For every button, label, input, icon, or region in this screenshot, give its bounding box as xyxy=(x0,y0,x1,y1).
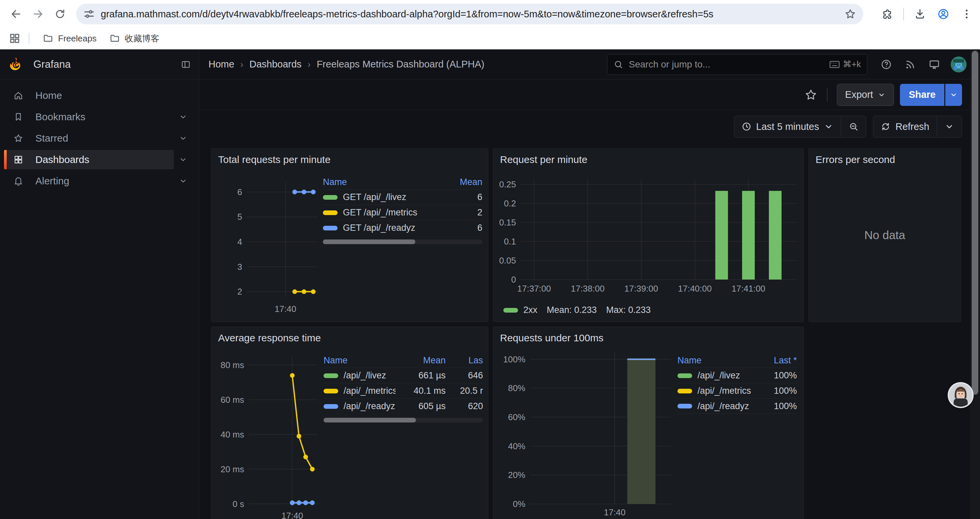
folder-icon xyxy=(110,33,120,44)
sidebar-item-starred[interactable]: Starred xyxy=(0,128,199,149)
panel-average-response-time: Average response time 0 s20 ms40 ms60 ms… xyxy=(211,327,488,519)
reload-icon[interactable] xyxy=(53,7,67,21)
site-settings-icon[interactable] xyxy=(83,8,95,21)
scrollbar-thumb[interactable] xyxy=(323,418,416,423)
series-color-pill xyxy=(678,374,692,378)
series-value: 605 µs xyxy=(396,401,445,412)
svg-text:20 ms: 20 ms xyxy=(221,464,244,474)
series-name[interactable]: GET /api/_/livez xyxy=(343,192,406,203)
bookmark-folder-freeleaps[interactable]: Freeleaps xyxy=(38,30,102,46)
rss-icon[interactable] xyxy=(903,57,918,72)
svg-text:0: 0 xyxy=(511,275,516,284)
chevron-down-icon[interactable] xyxy=(179,113,188,121)
svg-text:5: 5 xyxy=(237,212,242,222)
sidebar-item-alerting[interactable]: Alerting xyxy=(0,170,199,192)
series-name[interactable]: 2xx xyxy=(523,305,538,315)
legend-row: /api/_/readyz100% xyxy=(678,398,797,414)
export-button[interactable]: Export xyxy=(837,84,894,106)
time-range-picker[interactable]: Last 5 minutes xyxy=(734,116,841,137)
legend-header: NameMeanLas xyxy=(323,353,483,368)
legend-column-last[interactable]: Last * xyxy=(754,355,797,366)
series-name[interactable]: /api/_/metrics xyxy=(697,386,751,396)
url-text: grafana.mathmast.com/d/deytv4rwavabkb/fr… xyxy=(101,9,844,20)
legend-row: GET /api/_/livez6 xyxy=(323,189,482,205)
forward-icon[interactable] xyxy=(31,7,45,21)
zoom-out-icon xyxy=(849,121,859,132)
svg-text:17:40:00: 17:40:00 xyxy=(678,284,711,294)
sidebar-item-dashboards[interactable]: Dashboards xyxy=(0,149,199,170)
series-name[interactable]: /api/_/readyz xyxy=(697,401,749,412)
extensions-icon[interactable] xyxy=(880,7,895,21)
svg-text:0.25: 0.25 xyxy=(499,179,516,189)
series-name[interactable]: /api/_/metrics xyxy=(344,386,396,396)
series-name[interactable]: /api/_/livez xyxy=(344,370,386,381)
legend-column-mean[interactable]: Mean xyxy=(445,177,482,187)
chevron-down-icon[interactable] xyxy=(179,155,188,164)
grafana-logo[interactable] xyxy=(9,57,23,72)
menu-kebab-icon[interactable] xyxy=(959,7,974,21)
search-box[interactable]: ⌘+k xyxy=(607,54,867,75)
url-bar[interactable]: grafana.mathmast.com/d/deytv4rwavabkb/fr… xyxy=(76,4,863,24)
sidebar-item-label: Home xyxy=(35,90,199,101)
back-icon[interactable] xyxy=(9,7,23,21)
floating-assistant-avatar[interactable] xyxy=(949,383,972,407)
chevron-down-icon[interactable] xyxy=(179,134,188,143)
legend-column-name[interactable]: Name xyxy=(678,355,754,366)
svg-text:80 ms: 80 ms xyxy=(221,360,244,370)
bookmarks-divider xyxy=(29,33,29,44)
monitor-icon[interactable] xyxy=(927,57,942,72)
help-icon[interactable] xyxy=(878,57,894,72)
series-name[interactable]: GET /api/_/readyz xyxy=(343,223,415,233)
panel-request-per-minute: Request per minute 00.050.10.150.20.2517… xyxy=(493,148,804,322)
bookmark-folder-blogs[interactable]: 收藏博客 xyxy=(105,30,164,46)
downloads-icon[interactable] xyxy=(913,7,927,21)
series-name[interactable]: /api/_/readyz xyxy=(344,401,395,412)
series-color-pill xyxy=(503,308,518,313)
bookmark-folder-label: 收藏博客 xyxy=(125,33,159,45)
sidebar-item-bookmarks[interactable]: Bookmarks xyxy=(0,106,199,128)
svg-text:17:41:00: 17:41:00 xyxy=(732,284,765,294)
sidebar-item-label: Dashboards xyxy=(35,154,179,165)
user-avatar[interactable] xyxy=(951,56,967,72)
scrollbar-thumb[interactable] xyxy=(972,51,978,395)
legend-row: /api/_/metrics100% xyxy=(678,383,797,398)
breadcrumb-home[interactable]: Home xyxy=(208,59,234,70)
bookmark-icon xyxy=(13,112,23,122)
legend-header: NameMean xyxy=(323,175,482,189)
zoom-out-button[interactable] xyxy=(841,116,866,137)
page-scrollbar[interactable] xyxy=(970,50,980,519)
series-color-pill xyxy=(323,226,337,230)
breadcrumb-dashboards[interactable]: Dashboards xyxy=(250,59,302,70)
share-button[interactable]: Share xyxy=(900,84,944,106)
refresh-button[interactable]: Refresh xyxy=(873,116,937,137)
toolbar-divider xyxy=(903,8,904,21)
collapse-sidebar-icon[interactable] xyxy=(181,59,191,69)
sidebar-nav: HomeBookmarksStarredDashboardsAlerting xyxy=(0,80,199,192)
series-color-pill xyxy=(323,389,338,393)
legend-horizontal-scrollbar[interactable] xyxy=(323,418,483,423)
brand-name[interactable]: Grafana xyxy=(33,58,181,70)
series-name[interactable]: /api/_/livez xyxy=(697,370,740,381)
dashboard-canvas: Last 5 minutes Refresh xyxy=(199,110,980,519)
svg-text:17:37:00: 17:37:00 xyxy=(517,284,551,294)
sidebar-item-home[interactable]: Home xyxy=(0,85,199,106)
profile-icon[interactable] xyxy=(936,7,951,21)
legend-column-name[interactable]: Name xyxy=(323,177,445,187)
series-name[interactable]: GET /api/_/metrics xyxy=(343,208,417,218)
panel-title[interactable]: Errors per second xyxy=(816,154,895,165)
apps-grid-icon[interactable] xyxy=(9,32,21,45)
legend-column-name[interactable]: Name xyxy=(323,355,396,366)
scrollbar-thumb[interactable] xyxy=(323,240,415,244)
legend-column-las[interactable]: Las xyxy=(445,355,483,366)
search-input[interactable] xyxy=(628,59,825,70)
favorite-star-icon[interactable] xyxy=(804,88,818,102)
grid-icon xyxy=(13,155,23,164)
legend-horizontal-scrollbar[interactable] xyxy=(323,240,482,244)
bookmark-star-icon[interactable] xyxy=(844,8,857,21)
legend-column-mean[interactable]: Mean xyxy=(396,355,445,366)
refresh-interval-dropdown[interactable] xyxy=(937,116,962,137)
chevron-down-icon[interactable] xyxy=(179,177,188,185)
share-dropdown-button[interactable] xyxy=(945,84,962,106)
series-value: 100% xyxy=(754,386,797,396)
sidebar-header: Grafana xyxy=(0,50,199,80)
